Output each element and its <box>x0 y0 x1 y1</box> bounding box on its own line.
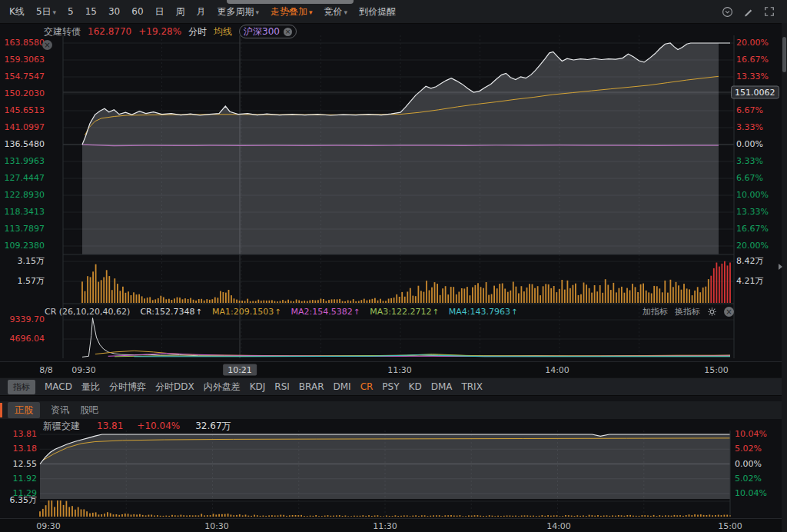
time-label: 11:30 <box>387 365 412 375</box>
toolbar-item-label: 走势叠加 <box>271 5 307 18</box>
active-tab-accent <box>0 403 2 417</box>
toolbar-item-5day[interactable]: 5日 <box>36 5 56 18</box>
cr-params: CR (26,10,20,40,62) <box>45 307 130 317</box>
parent-stock-price: 13.81 <box>97 421 123 431</box>
cr-ma2-value: MA2:154.5382 <box>291 307 360 317</box>
chevron-down-icon <box>53 6 57 17</box>
bottom-time-axis: 09:3010:3011:3014:0015:00 <box>0 518 787 532</box>
cr-indicator-header: CR (26,10,20,40,62) CR:152.7348 MA1:209.… <box>45 306 734 318</box>
overlay-pill-label: 沪深300 <box>244 25 280 38</box>
overlay-pill-hs300[interactable]: 沪深300 <box>239 25 297 38</box>
pane-expand-arrow-icon[interactable] <box>779 264 782 270</box>
toolbar-item-15min[interactable]: 15 <box>85 6 97 17</box>
indicator-tab-psy[interactable]: PSY <box>382 381 399 392</box>
cr-ma4-value: MA4:143.7963 <box>449 307 518 317</box>
indicator-tab-dmi[interactable]: DMI <box>333 381 350 392</box>
avg-line-toggle[interactable]: 均线 <box>214 25 232 38</box>
minute-mode-label[interactable]: 分时 <box>188 25 207 38</box>
time-label: 14:00 <box>546 521 571 531</box>
parent-stock-turnover: 32.67万 <box>195 420 231 433</box>
time-label: 09:30 <box>71 365 96 375</box>
right-scrollbar <box>782 23 787 532</box>
indicator-tab-dma[interactable]: DMA <box>431 381 453 392</box>
toolbar-right-icons <box>722 0 775 23</box>
indicator-tab-trix[interactable]: TRIX <box>461 381 482 392</box>
indicator-tab-kdj[interactable]: KDJ <box>250 381 266 392</box>
time-label: 09:30 <box>36 521 61 531</box>
toolbar-item-label: 更多周期 <box>218 5 254 18</box>
toolbar-item-day[interactable]: 日 <box>155 5 164 18</box>
toolbar-item-more-periods[interactable]: 更多周期 <box>218 5 260 18</box>
toolbar-item-price-alert[interactable]: 到价提醒 <box>359 5 396 18</box>
period-toolbar: K线 5日 5 15 30 60 日 周 月 更多周期 走势叠加 竞价 到价提醒 <box>0 0 787 24</box>
toolbar-item-5min[interactable]: 5 <box>68 6 74 17</box>
window-drag-strip <box>227 0 354 4</box>
indicator-tab-fenshi-boyi[interactable]: 分时博弈 <box>109 381 146 394</box>
last-price: 162.8770 <box>88 26 131 37</box>
cr-ma1-value: MA1:209.1503 <box>212 307 281 317</box>
time-label: 15:00 <box>704 365 729 375</box>
chart-header: 交建转债 162.8770 +19.28% 分时 均线 沪深300 <box>44 25 297 38</box>
overlay-remove-icon[interactable] <box>284 28 292 36</box>
toolbar-item-label: 5日 <box>36 5 51 18</box>
parent-stock-change: +10.04% <box>137 421 180 431</box>
time-label: 15:00 <box>718 521 742 531</box>
toolbar-item-month[interactable]: 月 <box>197 5 206 18</box>
indicator-tab-liangbi[interactable]: 量比 <box>81 381 100 394</box>
indicator-bar-label: 指标 <box>8 380 35 394</box>
indicator-tab-bar: 指标 MACD 量比 分时博弈 分时DDX 内外盘差 KDJ RSI BRAR … <box>0 378 787 396</box>
toolbar-item-kline[interactable]: K线 <box>9 5 25 18</box>
bottom-tab-bar: 正股 资讯 股吧 <box>0 401 787 419</box>
time-label: 14:00 <box>545 365 569 375</box>
indicator-tab-fenshi-ddx[interactable]: 分时DDX <box>155 381 194 394</box>
switch-indicator-button[interactable]: 换指标 <box>675 306 700 318</box>
cr-value: CR:152.7348 <box>140 307 202 317</box>
tab-parent-stock[interactable]: 正股 <box>8 402 40 418</box>
security-name: 交建转债 <box>44 25 81 38</box>
change-percent: +19.28% <box>138 26 181 37</box>
chevron-down-icon <box>344 6 348 17</box>
tab-forum[interactable]: 股吧 <box>80 404 98 417</box>
cr-ma3-value: MA3:122.2712 <box>370 307 439 317</box>
indicator-tab-brar[interactable]: BRAR <box>299 381 324 392</box>
chevron-down-icon <box>309 6 313 17</box>
indicator-tab-neiwai-pancha[interactable]: 内外盘差 <box>204 381 241 394</box>
time-label: 10:30 <box>204 521 229 531</box>
chart-close-icon[interactable] <box>42 40 52 50</box>
charts-canvas <box>0 0 787 532</box>
parent-stock-info: 新疆交建 13.81 +10.04% 32.67万 <box>43 420 231 432</box>
indicator-tab-kd[interactable]: KD <box>409 381 422 392</box>
cr-pane-actions: 加指标 换指标 <box>643 306 734 318</box>
stock-trading-app: 163.8580159.3063154.7547150.2030145.6513… <box>0 0 787 532</box>
main-time-axis: 8/809:3010:2111:3014:0015:00 <box>0 361 787 377</box>
toolbar-item-label: 竞价 <box>324 5 343 18</box>
toolbar-item-overlay-mode[interactable]: 走势叠加 <box>271 5 313 18</box>
parent-price-area-fill <box>40 434 730 499</box>
toolbar-item-auction[interactable]: 竞价 <box>324 5 348 18</box>
scrollbar-thumb[interactable] <box>782 37 786 72</box>
remove-indicator-icon[interactable] <box>724 307 734 317</box>
annotate-pen-icon[interactable] <box>743 6 754 17</box>
history-clock-icon[interactable] <box>722 6 733 18</box>
chevron-down-icon <box>256 6 260 17</box>
settings-gear-icon[interactable] <box>707 307 717 317</box>
parent-stock-name[interactable]: 新疆交建 <box>43 420 80 433</box>
crosshair-time-badge: 10:21 <box>223 364 257 376</box>
toolbar-item-60min[interactable]: 60 <box>131 6 143 17</box>
time-label: 8/8 <box>39 365 53 375</box>
add-indicator-button[interactable]: 加指标 <box>643 306 668 318</box>
toolbar-item-week[interactable]: 周 <box>176 5 185 18</box>
time-label: 11:30 <box>373 521 397 531</box>
indicator-tab-macd[interactable]: MACD <box>45 381 72 392</box>
indicator-tab-rsi[interactable]: RSI <box>274 381 290 392</box>
fullscreen-icon[interactable] <box>764 6 775 17</box>
tab-news[interactable]: 资讯 <box>51 404 69 417</box>
toolbar-item-30min[interactable]: 30 <box>108 6 120 17</box>
indicator-tab-cr[interactable]: CR <box>360 381 374 392</box>
